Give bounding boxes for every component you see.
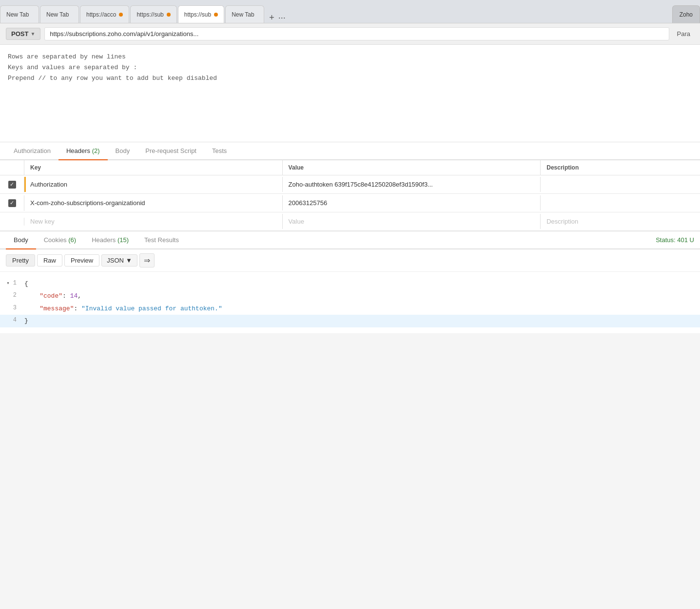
browser-tab-4[interactable]: https://sub — [130, 5, 176, 23]
col-header-key: Key — [24, 160, 283, 175]
json-brace-open: { — [24, 278, 34, 289]
tab-label: New Tab — [232, 11, 254, 18]
col-header-description: Description — [541, 160, 700, 175]
col-header-checkbox — [0, 160, 24, 175]
instruction-line-1: Rows are separated by new lines — [8, 52, 692, 62]
tab-prerequest-script[interactable]: Pre-request Script — [137, 142, 204, 160]
tab-label: https://sub — [136, 11, 163, 18]
tab-tests[interactable]: Tests — [204, 142, 234, 160]
new-header-row: New key Value Description — [0, 212, 700, 231]
status-value: 401 U — [677, 236, 694, 244]
tab-label: https://sub — [184, 11, 211, 18]
wrap-button[interactable]: ⇒ — [139, 253, 155, 267]
tab-body[interactable]: Body — [108, 142, 138, 160]
new-row-checkbox-cell — [0, 218, 24, 226]
line-number-4: 4 — [0, 315, 24, 326]
json-line-1: ▾ 1 { — [0, 278, 700, 290]
raw-instructions: Rows are separated by new lines Keys and… — [0, 45, 700, 142]
row1-value[interactable]: Zoho-authtoken 639f175c8e41250208ef3d159… — [283, 177, 541, 192]
request-tabs-bar: Authorization Headers (2) Body Pre-reque… — [0, 142, 700, 160]
method-button[interactable]: POST ▼ — [6, 28, 40, 40]
table-row: ✓ X-com-zoho-subscriptions-organizationi… — [0, 194, 700, 212]
instruction-line-2: Keys and values are separated by : — [8, 62, 692, 73]
table-row: ✓ Authorization Zoho-authtoken 639f175c8… — [0, 175, 700, 194]
row2-checkbox-cell: ✓ — [0, 195, 24, 211]
json-brace-close: } — [24, 315, 34, 326]
json-message-line: "message": "Invalid value passed for aut… — [24, 303, 228, 314]
resp-tab-headers[interactable]: Headers (15) — [84, 231, 136, 249]
more-tabs-icon[interactable]: ··· — [278, 13, 286, 23]
browser-tab-3[interactable]: https://acco — [80, 5, 129, 23]
resp-tab-body[interactable]: Body — [6, 231, 36, 249]
row1-checkbox[interactable]: ✓ — [8, 181, 16, 189]
line-number-2: 2 — [0, 290, 24, 302]
col-header-value: Value — [283, 160, 541, 175]
tab-dot — [167, 13, 171, 17]
row1-key[interactable]: Authorization — [24, 177, 283, 192]
method-label: POST — [11, 30, 28, 38]
url-input[interactable] — [44, 27, 669, 40]
pretty-button[interactable]: Pretty — [6, 254, 35, 266]
tab-label: New Tab — [46, 11, 69, 18]
format-label: JSON — [107, 257, 124, 264]
new-desc-input[interactable]: Description — [541, 214, 700, 229]
tab-dot — [119, 13, 123, 17]
checkmark-icon: ✓ — [10, 200, 14, 206]
new-key-input[interactable]: New key — [24, 214, 283, 229]
browser-tab-5[interactable]: https://sub — [178, 5, 224, 23]
row2-checkbox[interactable]: ✓ — [8, 199, 16, 207]
format-select[interactable]: JSON ▼ — [101, 254, 137, 266]
json-line-2: 2 "code": 14, — [0, 290, 700, 302]
tab-headers[interactable]: Headers (2) — [58, 142, 108, 160]
tab-label: New Tab — [6, 11, 29, 18]
wrap-icon: ⇒ — [144, 256, 150, 265]
status-badge: Status: 401 U — [656, 236, 694, 244]
tab-label: https://acco — [86, 11, 116, 18]
method-dropdown-arrow: ▼ — [30, 31, 35, 37]
row1-checkbox-cell: ✓ — [0, 177, 24, 192]
format-dropdown-arrow: ▼ — [126, 257, 132, 264]
row2-description — [541, 199, 700, 207]
browser-tabs-bar: New Tab New Tab https://acco https://sub… — [0, 0, 700, 23]
browser-tab-6[interactable]: New Tab — [225, 5, 264, 23]
format-bar: Pretty Raw Preview JSON ▼ ⇒ — [0, 249, 700, 272]
tab-actions: + ··· — [265, 13, 290, 23]
json-line-4: 4 } — [0, 315, 700, 327]
preview-button[interactable]: Preview — [64, 254, 99, 266]
checkmark-icon: ✓ — [10, 181, 14, 188]
line-number-1: ▾ 1 — [0, 278, 24, 289]
params-label: Para — [673, 30, 694, 38]
resp-tab-test-results[interactable]: Test Results — [136, 231, 187, 249]
json-response-viewer: ▾ 1 { 2 "code": 14, 3 "message": "Invali… — [0, 272, 700, 333]
instruction-line-3: Prepend // to any row you want to add bu… — [8, 73, 692, 84]
resp-tab-cookies[interactable]: Cookies (6) — [36, 231, 84, 249]
response-tabs-bar: Body Cookies (6) Headers (15) Test Resul… — [0, 231, 700, 249]
row2-key[interactable]: X-com-zoho-subscriptions-organizationid — [24, 195, 283, 210]
line-number-3: 3 — [0, 303, 24, 314]
row1-description — [541, 181, 700, 189]
table-header: Key Value Description — [0, 160, 700, 175]
raw-button[interactable]: Raw — [37, 254, 62, 266]
json-line-3: 3 "message": "Invalid value passed for a… — [0, 303, 700, 315]
row2-value[interactable]: 20063125756 — [283, 195, 541, 210]
json-code-line: "code": 14, — [24, 290, 87, 302]
tab-dot — [214, 13, 218, 17]
browser-tab-1[interactable]: New Tab — [0, 5, 39, 23]
tab-authorization[interactable]: Authorization — [6, 142, 58, 160]
browser-tab-2[interactable]: New Tab — [40, 5, 79, 23]
new-value-input[interactable]: Value — [283, 214, 541, 229]
new-tab-icon[interactable]: + — [269, 13, 274, 23]
corner-tab-label: Zoho — [680, 11, 693, 18]
zoho-corner-tab[interactable]: Zoho — [672, 5, 700, 23]
headers-table: Key Value Description ✓ Authorization Zo… — [0, 160, 700, 231]
address-bar: POST ▼ Para — [0, 23, 700, 45]
